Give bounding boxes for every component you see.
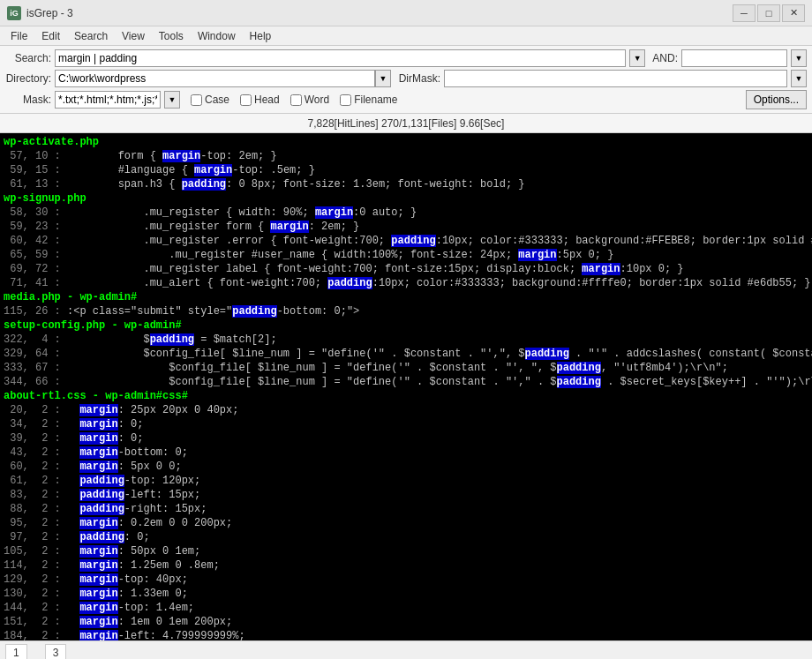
result-line: 34, 2 : margin: 0; [0, 417, 812, 431]
result-line: wp-signup.php [0, 191, 812, 206]
directory-row: Directory: ▼ DirMask: ▼ [5, 70, 807, 87]
bottom-item-1: 1 [5, 644, 27, 660]
result-line: 43, 2 : margin-bottom: 0; [0, 446, 812, 460]
result-line: 59, 15 : #language { margin-top: .5em; } [0, 163, 812, 177]
dirmask-label: DirMask: [395, 72, 440, 85]
result-line: 105, 2 : margin: 50px 0 1em; [0, 544, 812, 558]
title-bar: iG isGrep - 3 ─ □ ✕ [0, 0, 812, 26]
result-line: 114, 2 : margin: 1.25em 0 .8em; [0, 558, 812, 573]
filename-checkbox[interactable] [340, 94, 351, 106]
head-checkbox[interactable] [240, 94, 252, 106]
result-line: 322, 4 : $padding = $match[2]; [0, 333, 812, 347]
app-icon: iG [7, 6, 21, 20]
directory-input-wrap: ▼ [55, 70, 391, 87]
result-line: about-rtl.css - wp-admin#css# [0, 389, 812, 403]
and-dropdown-btn[interactable]: ▼ [791, 49, 807, 67]
result-line: 88, 2 : padding-right: 15px; [0, 502, 812, 516]
result-line: 333, 67 : $config_file[ $line_num ] = "d… [0, 361, 812, 375]
result-line: 61, 13 : span.h3 { padding: 0 8px; font-… [0, 177, 812, 191]
result-line: 95, 2 : margin: 0.2em 0 0 200px; [0, 516, 812, 530]
result-line: setup-config.php - wp-admin# [0, 318, 812, 333]
result-line: wp-activate.php [0, 135, 812, 149]
word-checkbox-label[interactable]: Word [290, 94, 329, 106]
directory-input[interactable] [55, 70, 375, 87]
close-button[interactable]: ✕ [782, 4, 805, 22]
result-line: 115, 26 : :<p class="submit" style="padd… [0, 304, 812, 318]
filename-checkbox-label[interactable]: Filename [340, 94, 397, 106]
word-label: Word [304, 94, 329, 106]
result-line: 61, 2 : padding-top: 120px; [0, 474, 812, 488]
result-line: 65, 59 : .mu_register #user_name { width… [0, 248, 812, 262]
result-line: 97, 2 : padding: 0; [0, 530, 812, 544]
result-line: 129, 2 : margin-top: 40px; [0, 573, 812, 587]
menu-bar: FileEditSearchViewToolsWindowHelp [0, 26, 812, 46]
bottom-bar: 1 3 [0, 640, 812, 659]
head-checkbox-label[interactable]: Head [240, 94, 280, 106]
result-line: 144, 2 : margin-top: 1.4em; [0, 601, 812, 615]
search-input[interactable] [55, 49, 626, 67]
menu-item-edit[interactable]: Edit [34, 28, 67, 44]
dirmask-input[interactable] [444, 70, 787, 87]
and-label: AND: [652, 52, 678, 64]
result-line: 69, 72 : .mu_register label { font-weigh… [0, 262, 812, 276]
checkbox-group: Case Head Word Filename [191, 94, 398, 106]
bottom-item-2: 3 [45, 644, 67, 660]
results-area[interactable]: wp-activate.php 57, 10 : form { margin-t… [0, 133, 812, 640]
result-line: 151, 2 : margin: 1em 0 1em 200px; [0, 615, 812, 629]
menu-item-view[interactable]: View [115, 28, 152, 44]
result-line: media.php - wp-admin# [0, 290, 812, 304]
maximize-button[interactable]: □ [757, 4, 780, 22]
mask-row: Mask: ▼ Case Head Word Filename Options.… [5, 90, 807, 109]
search-label: Search: [5, 52, 51, 64]
window-title: isGrep - 3 [26, 7, 733, 19]
result-line: 184, 2 : margin-left: 4.799999999%; [0, 629, 812, 640]
search-row: Search: ▼ AND: ▼ [5, 49, 807, 67]
toolbar: Search: ▼ AND: ▼ Directory: ▼ DirMask: ▼… [0, 46, 812, 114]
case-checkbox[interactable] [191, 94, 202, 106]
result-line: 59, 23 : .mu_register form { margin: 2em… [0, 220, 812, 234]
result-line: 39, 2 : margin: 0; [0, 431, 812, 446]
search-dropdown-btn[interactable]: ▼ [629, 49, 645, 67]
mask-dropdown-btn[interactable]: ▼ [164, 91, 180, 109]
filename-label: Filename [354, 94, 397, 106]
result-line: 20, 2 : margin: 25px 20px 0 40px; [0, 403, 812, 417]
dirmask-dropdown-btn[interactable]: ▼ [791, 70, 807, 87]
mask-label: Mask: [5, 94, 51, 106]
status-bar: 7,828[HitLines] 270/1,131[Files] 9.66[Se… [0, 114, 812, 133]
word-checkbox[interactable] [290, 94, 302, 106]
directory-dropdown-btn[interactable]: ▼ [375, 70, 391, 87]
status-text: 7,828[HitLines] 270/1,131[Files] 9.66[Se… [308, 117, 505, 130]
window-controls: ─ □ ✕ [733, 4, 805, 22]
result-line: 344, 66 : $config_file[ $line_num ] = "d… [0, 375, 812, 389]
mask-input[interactable] [55, 91, 161, 109]
head-label: Head [254, 94, 280, 106]
result-line: 57, 10 : form { margin-top: 2em; } [0, 149, 812, 163]
options-button[interactable]: Options... [746, 90, 807, 109]
result-line: 71, 41 : .mu_alert { font-weight:700; pa… [0, 276, 812, 290]
result-line: 83, 2 : padding-left: 15px; [0, 488, 812, 502]
case-checkbox-label[interactable]: Case [191, 94, 229, 106]
menu-item-search[interactable]: Search [67, 28, 115, 44]
result-line: 60, 2 : margin: 5px 0 0; [0, 460, 812, 474]
result-line: 130, 2 : margin: 1.33em 0; [0, 587, 812, 601]
result-line: 329, 64 : $config_file[ $line_num ] = "d… [0, 347, 812, 361]
directory-label: Directory: [5, 72, 51, 85]
and-input[interactable] [681, 49, 787, 67]
menu-item-file[interactable]: File [4, 28, 34, 44]
result-line: 60, 42 : .mu_register .error { font-weig… [0, 234, 812, 248]
menu-item-help[interactable]: Help [243, 28, 279, 44]
minimize-button[interactable]: ─ [733, 4, 756, 22]
menu-item-window[interactable]: Window [191, 28, 243, 44]
menu-item-tools[interactable]: Tools [152, 28, 191, 44]
case-label: Case [205, 94, 229, 106]
result-line: 58, 30 : .mu_register { width: 90%; marg… [0, 206, 812, 220]
